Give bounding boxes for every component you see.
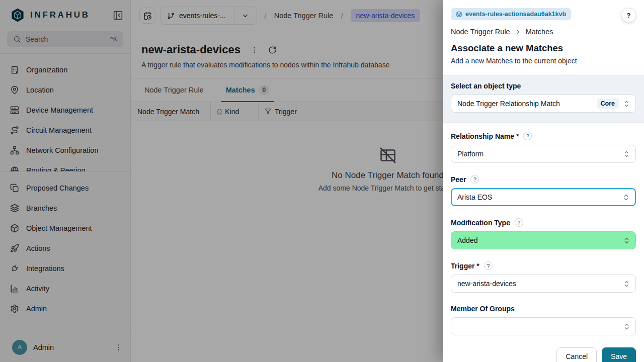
chevrons-up-down-icon xyxy=(623,237,630,244)
drawer-breadcrumb: Node Trigger Rule Matches xyxy=(451,28,636,36)
help-icon[interactable]: ? xyxy=(515,218,523,227)
core-badge: Core xyxy=(597,99,619,109)
field-trigger: Trigger * ? new-arista-devices xyxy=(451,261,636,293)
field-modification-type: Modification Type ? Added xyxy=(451,218,636,249)
field-member-of-groups: Member Of Groups xyxy=(451,305,636,335)
relationship-name-select[interactable]: Platform xyxy=(451,145,636,163)
drawer-header: events-rules-actionsadau6ak1kvb ? Node T… xyxy=(443,0,644,75)
chevrons-up-down-icon xyxy=(623,100,630,108)
chevrons-up-down-icon xyxy=(623,280,630,288)
save-button[interactable]: Save xyxy=(602,347,636,362)
field-peer: Peer ? Arista EOS xyxy=(451,175,636,206)
app-window: INFRAHUB Search ^K Organization xyxy=(0,0,644,362)
object-type-select[interactable]: Node Trigger Relationship Match Core xyxy=(451,95,636,113)
help-icon[interactable]: ? xyxy=(523,132,532,140)
chevrons-up-down-icon xyxy=(622,194,630,201)
chevron-right-icon xyxy=(515,29,521,35)
branch-badge: events-rules-actionsadau6ak1kvb xyxy=(451,8,571,20)
chevrons-up-down-icon xyxy=(623,323,630,330)
modification-type-select[interactable]: Added xyxy=(451,231,636,249)
drawer-title: Associate a new Matches xyxy=(451,43,636,54)
chevrons-up-down-icon xyxy=(623,150,630,158)
object-type-label: Select an object type xyxy=(451,82,636,90)
trigger-select[interactable]: new-arista-devices xyxy=(451,275,636,293)
member-of-groups-select[interactable] xyxy=(451,317,636,335)
layers-icon xyxy=(456,11,462,18)
help-button[interactable]: ? xyxy=(621,8,636,23)
help-icon[interactable]: ? xyxy=(484,261,493,270)
object-type-section: Select an object type Node Trigger Relat… xyxy=(443,75,644,123)
associate-matches-drawer: events-rules-actionsadau6ak1kvb ? Node T… xyxy=(443,0,644,362)
cancel-button[interactable]: Cancel xyxy=(556,347,597,362)
field-relationship-name: Relationship Name * ? Platform xyxy=(451,132,636,163)
drawer-overlay[interactable] xyxy=(0,0,443,362)
drawer-form: Relationship Name * ? Platform Peer ? Ar… xyxy=(443,123,644,347)
help-icon[interactable]: ? xyxy=(470,175,479,184)
drawer-footer: Cancel Save xyxy=(443,347,644,362)
peer-select[interactable]: Arista EOS xyxy=(451,188,636,206)
drawer-subtitle: Add a new Matches to the current object xyxy=(451,57,636,65)
